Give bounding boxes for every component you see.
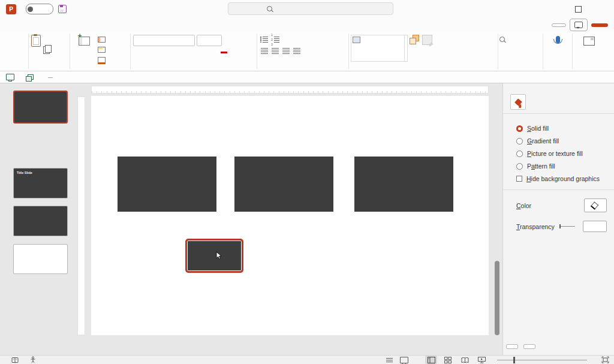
vertical-scrollbar[interactable]	[494, 94, 500, 325]
record-button[interactable]	[552, 23, 566, 27]
spellcheck-book-icon[interactable]	[11, 357, 19, 363]
tab-insert[interactable]	[25, 23, 36, 28]
close-button[interactable]	[590, 0, 614, 18]
shape-icon[interactable]	[353, 44, 361, 52]
tab-home[interactable]	[14, 23, 25, 28]
align-right-button[interactable]	[281, 46, 290, 55]
reset-button[interactable]	[98, 46, 109, 55]
section-button[interactable]	[98, 56, 109, 65]
shape-icon[interactable]	[386, 52, 395, 60]
align-center-button[interactable]	[270, 46, 279, 55]
shape-icon[interactable]	[361, 44, 369, 52]
shape-icon[interactable]	[395, 52, 403, 60]
autosave-toggle[interactable]	[26, 4, 53, 14]
fill-tab[interactable]	[510, 94, 526, 110]
fit-slide-to-window-button[interactable]	[601, 356, 609, 363]
shape-effects-button[interactable]	[437, 56, 441, 65]
tab-fppt[interactable]	[155, 23, 165, 28]
underline-button[interactable]	[155, 49, 164, 58]
transparency-spinner[interactable]	[583, 221, 607, 232]
replace-button[interactable]	[499, 46, 503, 55]
slide-2-thumbnail[interactable]: Title Slide	[13, 168, 68, 198]
from-beginning-button[interactable]	[6, 74, 17, 80]
text-shadow-button[interactable]	[165, 49, 174, 58]
bold-button[interactable]	[133, 49, 142, 58]
grow-font-button[interactable]	[224, 36, 233, 45]
text-direction-button[interactable]	[318, 35, 327, 44]
normal-view-button[interactable]	[425, 356, 437, 364]
shape-icon[interactable]	[361, 52, 369, 60]
tab-slide-show[interactable]	[79, 23, 90, 28]
cut-button[interactable]	[43, 35, 52, 44]
minimize-button[interactable]	[542, 0, 566, 18]
layout-button[interactable]	[98, 35, 109, 44]
shrink-font-button[interactable]	[234, 36, 243, 45]
bullets-button[interactable]	[260, 35, 269, 44]
font-size-combo[interactable]	[197, 35, 222, 46]
shape-icon[interactable]	[378, 52, 386, 60]
paste-button[interactable]	[29, 34, 43, 48]
convert-smartart-button[interactable]	[332, 46, 341, 55]
find-button[interactable]	[499, 35, 507, 44]
zoom-slider[interactable]	[497, 360, 587, 360]
zoom-slider-thumb[interactable]	[513, 357, 515, 363]
checkbox-icon[interactable]	[516, 176, 522, 182]
undo-button[interactable]	[14, 34, 16, 43]
justify-button[interactable]	[292, 46, 301, 55]
scrollbar-thumb[interactable]	[495, 261, 499, 335]
notes-button[interactable]	[386, 358, 395, 362]
radio-icon[interactable]	[516, 138, 523, 145]
new-slide-button[interactable]	[71, 34, 97, 47]
font-color-button[interactable]	[219, 49, 228, 58]
slide-sorter-view-button[interactable]	[442, 356, 454, 364]
tab-watermark[interactable]	[165, 23, 176, 28]
shape-icon[interactable]	[369, 44, 378, 52]
fill-option-pattern-fill[interactable]: Pattern fill	[516, 163, 607, 170]
radio-icon[interactable]	[516, 151, 523, 157]
slide-3-thumbnail[interactable]	[13, 206, 68, 236]
shape-icon[interactable]	[369, 52, 378, 60]
clear-formatting-button[interactable]	[245, 36, 254, 45]
shape-icon[interactable]	[353, 52, 361, 60]
select-button[interactable]	[499, 56, 503, 65]
format-painter-button[interactable]	[43, 56, 52, 65]
line-spacing-button[interactable]	[303, 35, 312, 44]
numbering-button[interactable]: 1 2 3	[270, 35, 280, 44]
copy-button[interactable]	[43, 46, 52, 55]
increase-indent-button[interactable]	[293, 35, 302, 44]
qat-overflow-button[interactable]: —	[48, 76, 53, 79]
fill-option-gradient-fill[interactable]: Gradient fill	[516, 137, 607, 145]
display-settings-button[interactable]	[400, 357, 411, 363]
search-box[interactable]	[228, 2, 393, 15]
align-left-button[interactable]	[260, 46, 269, 55]
title-slide-image-2[interactable]	[354, 157, 453, 212]
color-picker-button[interactable]	[584, 198, 607, 212]
font-name-combo[interactable]	[133, 35, 195, 46]
shape-icon[interactable]	[395, 44, 403, 52]
apply-to-all-button[interactable]	[506, 344, 518, 349]
shape-icon[interactable]	[369, 37, 378, 44]
columns-button[interactable]	[303, 46, 312, 55]
shape-fill-button[interactable]	[437, 35, 441, 44]
tab-record[interactable]	[90, 23, 101, 28]
accessibility-icon[interactable]	[29, 356, 37, 363]
slideshow-view-button[interactable]	[475, 356, 487, 364]
tab-transitions[interactable]	[58, 23, 68, 28]
slide-canvas[interactable]	[91, 96, 489, 335]
arrange-button[interactable]	[408, 34, 420, 45]
tab-add-ins[interactable]	[133, 23, 144, 28]
quick-styles-button[interactable]	[420, 34, 434, 46]
fill-option-picture-or-texture-fill[interactable]: Picture or texture fill	[516, 150, 607, 157]
decrease-indent-button[interactable]	[282, 35, 291, 44]
tab-design[interactable]	[47, 23, 58, 28]
reading-view-button[interactable]	[459, 356, 471, 364]
tab-help[interactable]	[144, 23, 155, 28]
designer-button[interactable]	[582, 34, 597, 47]
tab-file[interactable]	[4, 23, 14, 28]
shapes-gallery[interactable]	[351, 35, 405, 62]
selected-chart-slide-image[interactable]	[185, 239, 243, 273]
tab-animations[interactable]	[68, 23, 79, 28]
tab-view[interactable]	[112, 23, 122, 28]
strikethrough-button[interactable]	[176, 49, 185, 58]
hide-background-graphics-checkbox[interactable]: Hide background graphics	[516, 175, 607, 182]
